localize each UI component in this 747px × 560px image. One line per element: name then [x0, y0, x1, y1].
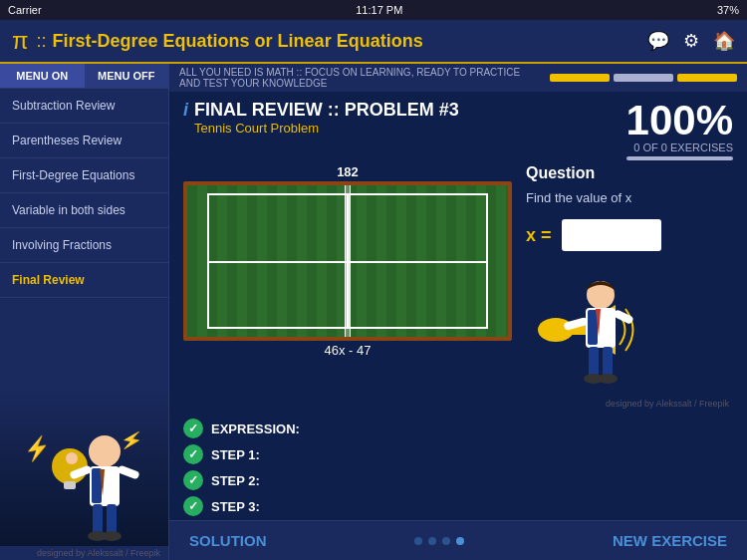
message-icon[interactable]: 💬	[647, 30, 669, 52]
sidebar-nav: Subtraction Review Parentheses Review Fi…	[0, 89, 168, 387]
question-label: Question	[526, 164, 733, 182]
step-1-label: STEP 1:	[211, 447, 260, 462]
step-expression: ✓ EXPRESSION:	[183, 419, 733, 438]
answer-input[interactable]	[562, 219, 661, 251]
court-container: 182 46x - 47	[183, 164, 512, 411]
menu-off-button[interactable]: MENU OFF	[85, 64, 169, 88]
svg-point-4	[89, 435, 121, 467]
court-top-label: 182	[183, 164, 512, 179]
svg-rect-3	[64, 481, 76, 489]
sidebar-item-label: Variable in both sides	[12, 203, 125, 217]
check-step2: ✓	[183, 470, 203, 490]
middle-content: 182 46x - 47 Question Find the value of …	[169, 164, 747, 415]
step-expression-label: EXPRESSION:	[211, 421, 300, 436]
net-center	[345, 185, 351, 337]
step-3: ✓ STEP 3:	[183, 496, 733, 516]
svg-text:⚡: ⚡	[119, 428, 144, 454]
tennis-court	[183, 181, 512, 341]
question-panel: Question Find the value of x x =	[526, 164, 733, 411]
score-bar	[626, 156, 733, 160]
problem-title: FINAL REVIEW :: PROBLEM #3	[194, 100, 459, 121]
progress-bars	[550, 74, 737, 82]
new-exercise-button[interactable]: NEW EXERCISE	[613, 532, 727, 549]
sidebar-copyright: designed by Alekssalt / Freepik	[0, 546, 168, 560]
steps-area: ✓ EXPRESSION: ✓ STEP 1: ✓ STEP 2: ✓ STEP…	[169, 415, 747, 520]
sidebar-item-finalreview[interactable]: Final Review	[0, 263, 168, 298]
banner-text: ALL YOU NEED IS MATH :: FOCUS ON LEARNIN…	[179, 67, 542, 89]
carrier-label: Carrier	[8, 4, 42, 16]
solution-button[interactable]: SOLUTION	[189, 532, 267, 549]
svg-text:⚡: ⚡	[21, 432, 53, 463]
svg-point-27	[598, 374, 618, 384]
sidebar-item-label: First-Degree Equations	[12, 168, 134, 182]
home-icon[interactable]: 🏠	[713, 30, 735, 52]
gear-icon[interactable]: ⚙	[683, 30, 699, 52]
progress-seg-1	[550, 74, 610, 82]
progress-seg-2	[614, 74, 673, 82]
check-step1: ✓	[183, 444, 203, 464]
sidebar-item-variable[interactable]: Variable in both sides	[0, 193, 168, 228]
header-icons: 💬 ⚙ 🏠	[647, 30, 735, 52]
dot-4	[456, 537, 464, 545]
sidebar-character-illustration: ⚡ ⚡	[20, 397, 149, 546]
equation-prefix: x =	[526, 225, 552, 246]
svg-rect-9	[117, 464, 139, 479]
progress-seg-3	[677, 74, 737, 82]
sidebar-item-label: Parentheses Review	[12, 134, 122, 147]
svg-rect-12	[107, 504, 117, 534]
content-area: ALL YOU NEED IS MATH :: FOCUS ON LEARNIN…	[169, 64, 747, 560]
dot-2	[428, 537, 436, 545]
equation-row: x =	[526, 219, 733, 251]
svg-point-14	[102, 531, 122, 541]
score-block: 100% 0 OF 0 EXERCISES	[626, 100, 733, 160]
top-banner: ALL YOU NEED IS MATH :: FOCUS ON LEARNIN…	[169, 64, 747, 92]
step-2-label: STEP 2:	[211, 473, 260, 488]
score-percent: 100%	[626, 100, 733, 141]
problem-header: i FINAL REVIEW :: PROBLEM #3 Tennis Cour…	[169, 92, 747, 164]
check-step3: ✓	[183, 496, 203, 516]
sidebar-item-subtraction[interactable]: Subtraction Review	[0, 89, 168, 124]
right-character-area: designed by Alekssalt / Freepik	[526, 265, 733, 409]
sidebar-item-label: Involving Fractions	[12, 238, 112, 252]
sidebar-item-firstdegree[interactable]: First-Degree Equations	[0, 158, 168, 193]
right-character-illustration	[526, 265, 655, 395]
sidebar-item-label: Subtraction Review	[12, 99, 115, 113]
page-dots	[414, 537, 464, 545]
status-bar: Carrier 11:17 PM 37%	[0, 0, 747, 20]
app-title: First-Degree Equations or Linear Equatio…	[53, 31, 647, 52]
step-1: ✓ STEP 1:	[183, 444, 733, 464]
problem-title-block: i FINAL REVIEW :: PROBLEM #3 Tennis Cour…	[183, 100, 459, 136]
sidebar-item-fractions[interactable]: Involving Fractions	[0, 228, 168, 263]
step-3-label: STEP 3:	[211, 499, 260, 514]
pi-icon: π	[12, 27, 29, 55]
menu-toggle: MENU ON MENU OFF	[0, 64, 168, 89]
menu-on-button[interactable]: MENU ON	[0, 64, 85, 88]
time-label: 11:17 PM	[356, 4, 402, 16]
svg-rect-24	[589, 347, 599, 377]
check-expression: ✓	[183, 419, 203, 438]
right-copyright: designed by Alekssalt / Freepik	[526, 399, 733, 409]
svg-rect-25	[603, 347, 613, 377]
problem-subtitle: Tennis Court Problem	[194, 121, 459, 136]
svg-rect-20	[588, 310, 598, 345]
sidebar-character: ⚡ ⚡	[0, 387, 168, 546]
question-text: Find the value of x	[526, 190, 733, 205]
sidebar-item-parentheses[interactable]: Parentheses Review	[0, 124, 168, 158]
sidebar-item-label: Final Review	[12, 273, 85, 287]
main-layout: MENU ON MENU OFF Subtraction Review Pare…	[0, 64, 747, 560]
svg-rect-11	[93, 504, 103, 534]
app-header: π :: First-Degree Equations or Linear Eq…	[0, 20, 747, 64]
header-separator: ::	[37, 31, 47, 52]
dot-1	[414, 537, 422, 545]
score-exercises-label: 0 OF 0 EXERCISES	[626, 141, 733, 153]
svg-point-10	[66, 452, 78, 464]
info-icon: i	[183, 100, 188, 121]
court-bottom-label: 46x - 47	[183, 343, 512, 358]
sidebar: MENU ON MENU OFF Subtraction Review Pare…	[0, 64, 169, 560]
bottom-bar: SOLUTION NEW EXERCISE	[169, 520, 747, 560]
dot-3	[442, 537, 450, 545]
step-2: ✓ STEP 2:	[183, 470, 733, 490]
battery-label: 37%	[717, 4, 739, 16]
